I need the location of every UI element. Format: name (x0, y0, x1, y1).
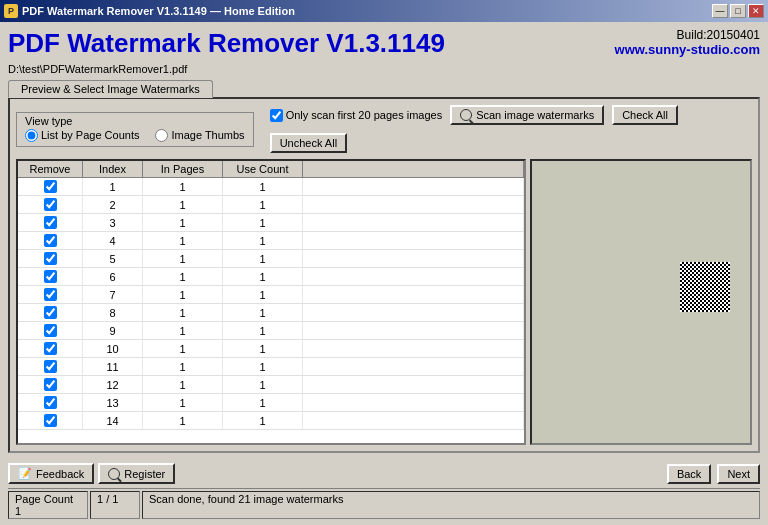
remove-checkbox[interactable] (44, 324, 57, 337)
in-pages-cell: 1 (143, 376, 223, 393)
minimize-button[interactable]: — (712, 4, 728, 18)
in-pages-cell: 1 (143, 250, 223, 267)
extra-cell (303, 394, 524, 411)
remove-checkbox[interactable] (44, 270, 57, 283)
feedback-button[interactable]: 📝 Feedback (8, 463, 94, 484)
remove-checkbox[interactable] (44, 288, 57, 301)
register-button[interactable]: Register (98, 463, 175, 484)
scan-first-20-input[interactable] (270, 109, 283, 122)
title-bar-controls: — □ ✕ (712, 4, 764, 18)
back-button[interactable]: Back (667, 464, 711, 484)
index-cell: 9 (83, 322, 143, 339)
in-pages-cell: 1 (143, 196, 223, 213)
right-controls: Only scan first 20 pages images Scan ima… (270, 105, 752, 153)
extra-cell (303, 250, 524, 267)
view-type-label: View type (25, 115, 245, 127)
index-cell: 6 (83, 268, 143, 285)
close-button[interactable]: ✕ (748, 4, 764, 18)
watermark-thumbnail (680, 262, 730, 312)
watermarks-table: Remove Index In Pages Use Count 11121131… (16, 159, 526, 445)
remove-checkbox[interactable] (44, 378, 57, 391)
table-row: 211 (18, 196, 524, 214)
extra-cell (303, 286, 524, 303)
radio-list-input[interactable] (25, 129, 38, 142)
website-link[interactable]: www.sunny-studio.com (615, 42, 760, 57)
remove-checkbox[interactable] (44, 252, 57, 265)
radio-thumbs-input[interactable] (155, 129, 168, 142)
extra-cell (303, 376, 524, 393)
app-title: PDF Watermark Remover V1.3.1149 (8, 28, 445, 59)
check-all-button[interactable]: Check All (612, 105, 678, 125)
in-pages-cell: 1 (143, 304, 223, 321)
remove-checkbox-cell (18, 250, 83, 267)
app-icon: P (4, 4, 18, 18)
remove-checkbox[interactable] (44, 414, 57, 427)
bottom-right-buttons: Back Next (667, 464, 760, 484)
remove-checkbox[interactable] (44, 342, 57, 355)
in-pages-cell: 1 (143, 286, 223, 303)
use-count-cell: 1 (223, 214, 303, 231)
remove-checkbox[interactable] (44, 180, 57, 193)
header-area: PDF Watermark Remover V1.3.1149 Build:20… (8, 28, 760, 59)
tab-preview-select[interactable]: Preview & Select Image Watermarks (8, 80, 213, 98)
extra-cell (303, 304, 524, 321)
scan-first-20-checkbox[interactable]: Only scan first 20 pages images (270, 109, 443, 122)
index-cell: 12 (83, 376, 143, 393)
status-bar: Page Count 1 1 / 1 Scan done, found 21 i… (8, 488, 760, 519)
file-path: D:\test\PDFWatermarkRemover1.pdf (8, 63, 760, 75)
scan-watermarks-button[interactable]: Scan image watermarks (450, 105, 604, 125)
bottom-bar: 📝 Feedback Register Back Next (8, 459, 760, 484)
table-row: 1311 (18, 394, 524, 412)
index-cell: 10 (83, 340, 143, 357)
use-count-cell: 1 (223, 412, 303, 429)
use-count-cell: 1 (223, 196, 303, 213)
extra-cell (303, 232, 524, 249)
use-count-cell: 1 (223, 286, 303, 303)
use-count-cell: 1 (223, 376, 303, 393)
remove-checkbox[interactable] (44, 198, 57, 211)
table-row: 1411 (18, 412, 524, 430)
uncheck-all-button[interactable]: Uncheck All (270, 133, 347, 153)
next-button[interactable]: Next (717, 464, 760, 484)
build-info: Build:20150401 www.sunny-studio.com (615, 28, 760, 57)
remove-checkbox[interactable] (44, 360, 57, 373)
extra-cell (303, 358, 524, 375)
remove-checkbox[interactable] (44, 234, 57, 247)
index-cell: 4 (83, 232, 143, 249)
use-count-cell: 1 (223, 322, 303, 339)
in-pages-cell: 1 (143, 322, 223, 339)
feedback-icon: 📝 (18, 467, 32, 480)
radio-list-by-page[interactable]: List by Page Counts (25, 129, 139, 142)
remove-checkbox[interactable] (44, 396, 57, 409)
remove-checkbox-cell (18, 376, 83, 393)
maximize-button[interactable]: □ (730, 4, 746, 18)
col-index: Index (83, 161, 143, 177)
use-count-cell: 1 (223, 358, 303, 375)
col-extra (303, 161, 524, 177)
remove-checkbox-cell (18, 214, 83, 231)
title-bar: P PDF Watermark Remover V1.3.1149 — Home… (0, 0, 768, 22)
index-cell: 11 (83, 358, 143, 375)
remove-checkbox[interactable] (44, 216, 57, 229)
tab-strip: Preview & Select Image Watermarks (8, 79, 760, 97)
status-page-num: 1 / 1 (90, 491, 140, 519)
use-count-cell: 1 (223, 232, 303, 249)
window-title: PDF Watermark Remover V1.3.1149 — Home E… (22, 5, 295, 17)
table-header: Remove Index In Pages Use Count (18, 161, 524, 178)
use-count-cell: 1 (223, 178, 303, 195)
status-scan-result: Scan done, found 21 image watermarks (142, 491, 760, 519)
main-panel: View type List by Page Counts Image Thum… (8, 97, 760, 453)
extra-cell (303, 178, 524, 195)
index-cell: 14 (83, 412, 143, 429)
remove-checkbox[interactable] (44, 306, 57, 319)
index-cell: 7 (83, 286, 143, 303)
use-count-cell: 1 (223, 250, 303, 267)
remove-checkbox-cell (18, 322, 83, 339)
table-row: 611 (18, 268, 524, 286)
radio-image-thumbs[interactable]: Image Thumbs (155, 129, 244, 142)
scan-icon (460, 109, 472, 121)
extra-cell (303, 322, 524, 339)
extra-cell (303, 340, 524, 357)
use-count-cell: 1 (223, 304, 303, 321)
index-cell: 8 (83, 304, 143, 321)
